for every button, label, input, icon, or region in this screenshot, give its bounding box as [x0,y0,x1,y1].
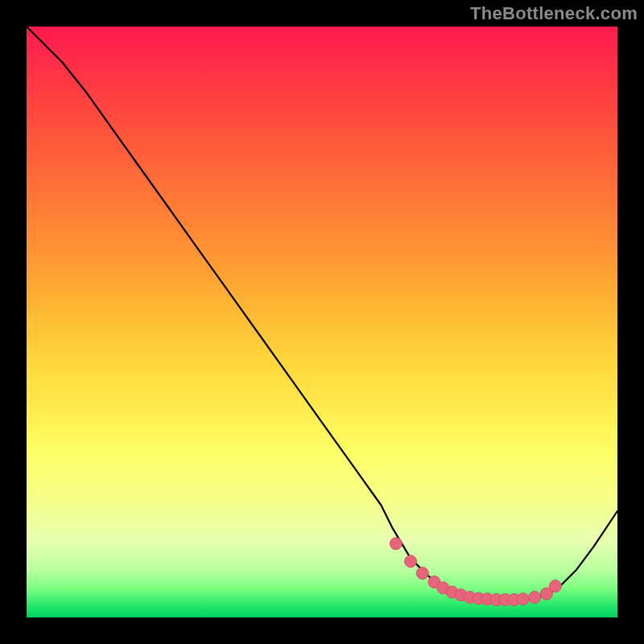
marker-group [390,538,561,606]
trough-marker [549,580,561,592]
gradient-plot-area [27,27,617,617]
trough-marker [416,568,428,580]
trough-marker [405,555,417,568]
watermark-text: TheBottleneck.com [470,3,638,24]
trough-marker [529,592,541,604]
curve-path [27,27,617,600]
curve-line-group [27,27,617,600]
trough-marker [390,538,402,550]
chart-frame: TheBottleneck.com [0,0,644,644]
trough-marker [517,593,529,605]
chart-svg [27,27,617,617]
